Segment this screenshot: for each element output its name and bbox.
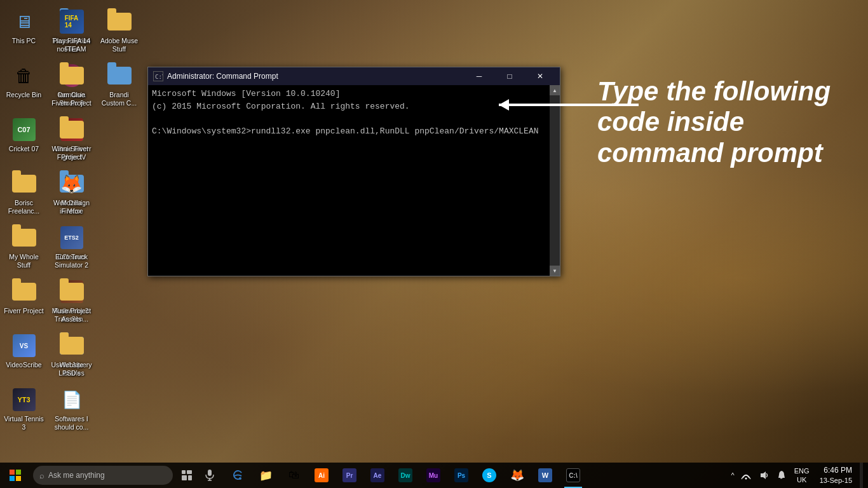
desktop-icon-mozilla-firefox[interactable]: 🦊 Mozilla Firefox <box>48 167 95 221</box>
cmd-close-button[interactable]: ✕ <box>526 67 555 85</box>
taskbar-photoshop[interactable]: Ps <box>447 463 475 488</box>
svg-rect-2 <box>10 470 15 475</box>
taskbar-word[interactable]: W <box>531 463 559 488</box>
volume-icon <box>759 470 769 480</box>
svg-rect-8 <box>182 475 187 480</box>
tray-notification-icon[interactable] <box>774 463 789 488</box>
language-indicator[interactable]: ENG UK <box>792 466 812 485</box>
desktop-icon-iam-clue[interactable]: Iam Clue Fiverr Project <box>48 59 95 113</box>
search-icon: ⌕ <box>39 471 44 480</box>
desktop-icon-this-pc[interactable]: 🖥 This PC <box>0 5 48 59</box>
recycle-bin-icon: 🗑 <box>11 63 37 88</box>
brandi-custom-icon <box>107 63 132 88</box>
tray-speaker-icon[interactable] <box>756 463 771 488</box>
skype-icon: S <box>482 468 496 482</box>
desktop-icon-brandi-custom[interactable]: Brandi Custom C... <box>95 59 143 113</box>
desktop-icon-label: Cricket 07 <box>9 145 39 153</box>
taskbar-muse[interactable]: Mu <box>419 463 447 488</box>
search-placeholder-text: Ask me anything <box>48 471 105 480</box>
cricket07-icon: C07 <box>11 117 37 142</box>
cmd-content-area[interactable]: Microsoft Windows [Version 10.0.10240] (… <box>148 85 560 276</box>
taskbar-firefox[interactable]: 🦊 <box>503 463 531 488</box>
desktop-icon-euro-truck[interactable]: ETS2 Euro Truck Simulator 2 <box>48 221 95 275</box>
svg-rect-10 <box>208 470 212 476</box>
taskbar-skype[interactable]: S <box>475 463 503 488</box>
edge-icon <box>232 470 243 481</box>
desktop-icon-label: Mozilla Firefox <box>50 199 93 215</box>
network-icon <box>741 471 751 480</box>
svg-point-14 <box>745 478 747 480</box>
explorer-icon: 📁 <box>259 469 273 482</box>
scrollbar-down-button[interactable]: ▼ <box>550 266 560 276</box>
adobe-muse-icon <box>107 9 132 34</box>
taskbar-store[interactable]: 🛍 <box>280 463 308 488</box>
desktop-icon-label: Website PSD's <box>50 361 93 377</box>
cmd-maximize-button[interactable]: □ <box>495 67 524 85</box>
fiverr-project-icon <box>11 279 37 304</box>
videoscribe-icon: VS <box>11 333 37 358</box>
euro-truck-icon: ETS2 <box>59 225 85 250</box>
desktop-icon-recycle-bin[interactable]: 🗑 Recycle Bin <box>0 59 48 113</box>
task-view-button[interactable] <box>175 463 198 488</box>
this-pc-icon: 🖥 <box>11 9 37 34</box>
cmd-titlebar[interactable]: C:\ Administrator: Command Prompt ─ □ ✕ <box>148 67 560 85</box>
cmd-title-text: Administrator: Command Prompt <box>167 72 465 81</box>
microphone-icon <box>205 470 214 481</box>
svg-rect-5 <box>16 476 21 481</box>
desktop-icon-label: This PC <box>12 37 36 45</box>
borisc-icon <box>11 171 37 196</box>
taskbar-premiere[interactable]: Pr <box>336 463 363 488</box>
svg-rect-3 <box>16 470 21 475</box>
desktop-icon-label: Brandi Custom C... <box>98 91 140 107</box>
clock-display[interactable]: 6:46 PM 13-Sep-15 <box>815 465 857 485</box>
taskbar-explorer[interactable]: 📁 <box>252 463 280 488</box>
cmd-output-text: Microsoft Windows [Version 10.0.10240] (… <box>152 88 556 137</box>
desktop-icon-label: Fiverr Project <box>4 307 43 315</box>
cmd-scrollbar[interactable]: ▲ ▼ <box>550 85 560 276</box>
taskbar-cmd[interactable]: C:\ <box>559 463 587 488</box>
show-desktop-button[interactable] <box>860 463 863 488</box>
search-bar[interactable]: ⌕ Ask me anything <box>33 466 173 485</box>
desktop-icon-label: Recycle Bin <box>6 91 41 99</box>
cmd-window-icon: C:\ <box>153 71 163 81</box>
virtual-tennis-icon: YT3 <box>11 387 37 412</box>
desktop-icon-softwares[interactable]: 📄 Softwares I should co... <box>48 383 95 437</box>
svg-rect-7 <box>187 470 192 474</box>
desktop-icon-label: Adobe Muse Stuff <box>98 37 140 53</box>
desktop-icon-label: Muse Project Assets <box>50 307 93 323</box>
desktop-icon-cricket07[interactable]: C07 Cricket 07 <box>0 113 48 167</box>
clock-time: 6:46 PM <box>824 465 852 476</box>
desktop-icon-muse-assets[interactable]: Muse Project Assets <box>48 275 95 329</box>
store-icon: 🛍 <box>288 469 299 482</box>
desktop-icon-virtual-tennis[interactable]: YT3 Virtual Tennis 3 <box>0 383 48 437</box>
svg-text:C:\: C:\ <box>155 74 163 80</box>
firefox-taskbar-icon: 🦊 <box>510 468 524 482</box>
desktop-icon-videoscribe[interactable]: VS VideoScribe <box>0 329 48 383</box>
desktop-icon-website-psds[interactable]: Website PSD's <box>48 329 95 383</box>
photoshop-icon: Ps <box>454 468 468 482</box>
taskbar-edge[interactable] <box>224 463 252 488</box>
taskbar-after-effects[interactable]: Ae <box>363 463 391 488</box>
cmd-minimize-button[interactable]: ─ <box>465 67 494 85</box>
desktop-icon-adobe-muse[interactable]: Adobe Muse Stuff <box>95 5 143 59</box>
desktop-icon-fifa14[interactable]: FIFA14 Play FIFA 14 nosTEAM <box>48 5 95 59</box>
my-whole-stuff-icon <box>11 225 37 250</box>
website-psds-icon <box>59 333 85 358</box>
after-effects-icon: Ae <box>370 468 384 482</box>
start-button[interactable] <box>0 463 31 488</box>
desktop-icon-winnie-fiverr[interactable]: Winnie Fiverr Project <box>48 113 95 167</box>
cortana-mic-button[interactable] <box>198 463 221 488</box>
desktop-icon-label: Borisc Freelanc... <box>3 199 45 215</box>
desktop-icon-borisc[interactable]: Borisc Freelanc... <box>0 167 48 221</box>
cmd-window-controls: ─ □ ✕ <box>465 67 555 85</box>
desktop-icon-my-whole-stuff[interactable]: My Whole Stuff <box>0 221 48 275</box>
taskbar-dreamweaver[interactable]: Dw <box>391 463 419 488</box>
tray-expand-button[interactable]: ^ <box>730 471 736 479</box>
desktop-icon-fiverr-project[interactable]: Fiverr Project <box>0 275 48 329</box>
scrollbar-up-button[interactable]: ▲ <box>550 85 560 95</box>
taskbar-illustrator[interactable]: Ai <box>308 463 336 488</box>
tray-network-icon[interactable] <box>738 463 754 488</box>
winnie-fiverr-icon <box>59 117 85 142</box>
scrollbar-track[interactable] <box>550 95 560 266</box>
desktop-icon-label: Virtual Tennis 3 <box>3 415 45 431</box>
